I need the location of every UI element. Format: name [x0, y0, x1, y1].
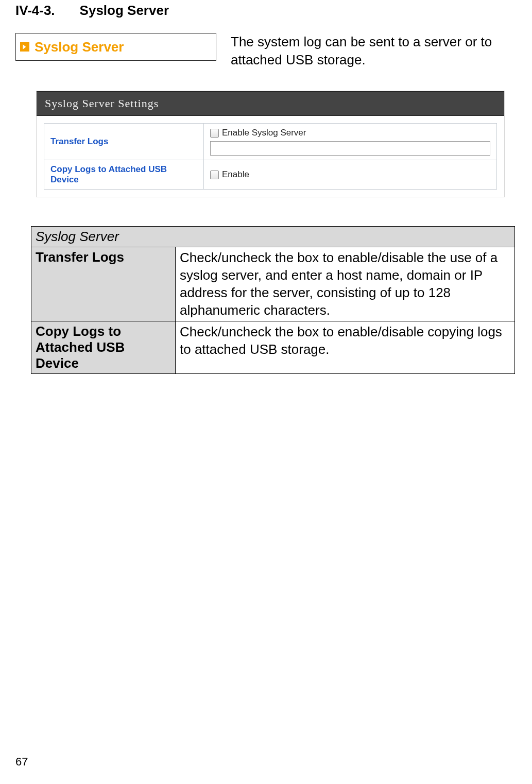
- desc-row-label: Transfer Logs: [31, 247, 176, 321]
- badge-text: Syslog Server: [35, 39, 124, 55]
- chevron-right-icon: [20, 42, 29, 52]
- table-row: Copy Logs to Attached USB Device Check/u…: [31, 321, 515, 374]
- section-number: IV-4-3.: [15, 3, 55, 19]
- syslog-server-badge: Syslog Server: [15, 33, 216, 61]
- table-row: Transfer Logs Check/uncheck the box to e…: [31, 247, 515, 321]
- desc-row-label: Copy Logs to Attached USB Device: [31, 321, 176, 374]
- intro-text: The system log can be sent to a server o…: [231, 33, 529, 69]
- enable-usb-copy-checkbox-label: Enable: [222, 169, 249, 180]
- desc-table-caption: Syslog Server: [31, 227, 515, 247]
- syslog-server-input[interactable]: [210, 141, 490, 156]
- desc-row-value: Check/uncheck the box to enable/disable …: [176, 247, 515, 321]
- desc-row-value: Check/uncheck the box to enable/disable …: [176, 321, 515, 374]
- copy-logs-usb-label: Copy Logs to Attached USB Device: [44, 160, 204, 190]
- enable-syslog-checkbox[interactable]: [210, 129, 219, 138]
- page-number: 67: [15, 755, 28, 769]
- section-title: Syslog Server: [80, 3, 169, 19]
- enable-syslog-checkbox-label: Enable Syslog Server: [222, 128, 306, 138]
- syslog-settings-panel: Syslog Server Settings Transfer Logs Ena…: [36, 91, 505, 197]
- enable-usb-copy-checkbox[interactable]: [210, 171, 219, 179]
- transfer-logs-label: Transfer Logs: [44, 124, 204, 160]
- description-table: Syslog Server Transfer Logs Check/unchec…: [31, 226, 515, 374]
- settings-panel-title: Syslog Server Settings: [37, 91, 504, 116]
